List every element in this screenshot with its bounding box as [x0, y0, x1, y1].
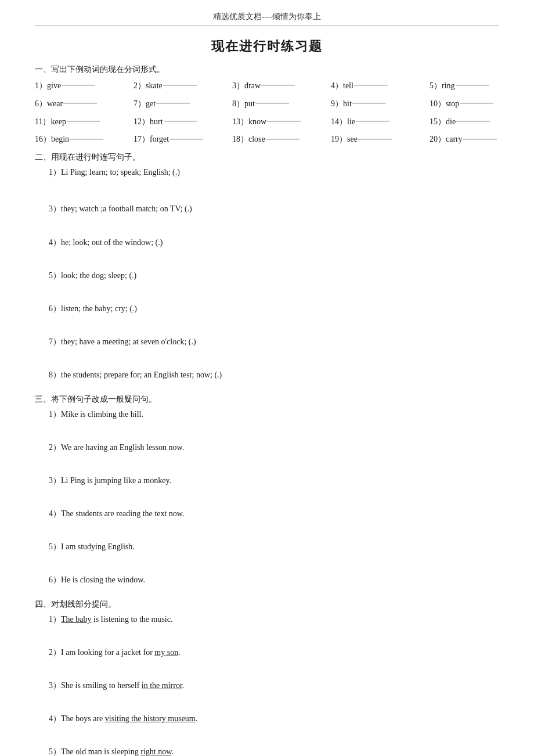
fill-row-3: 11）keep 12）hurt 13）know 14）lie 15）die — [35, 113, 499, 131]
section2-item-1: 1）Li Ping; learn; to; speak; English; (.… — [35, 165, 499, 179]
section4: 四、对划线部分提问。 1）The baby is listening to th… — [35, 599, 499, 756]
section3-item-2: 2）We are having an English lesson now. — [35, 440, 499, 455]
underline-4: visiting the history museum — [105, 714, 196, 723]
underline-1: The baby — [61, 615, 91, 624]
fill-row-2: 6）wear 7）get 8）put 9）hit 10）stop — [35, 95, 499, 113]
section3-item-1: 1）Mike is climbing the hill. — [35, 407, 499, 422]
blank-5 — [456, 85, 489, 85]
header-text: 精选优质文档----倾情为你奉上 — [213, 12, 322, 21]
blank-16 — [70, 139, 103, 139]
blank-15 — [456, 121, 490, 121]
blank-3 — [261, 85, 295, 85]
fill-item-6: 6）wear — [35, 95, 134, 113]
section3: 三、将下例句子改成一般疑问句。 1）Mike is climbing the h… — [35, 394, 499, 588]
blank-9 — [352, 103, 386, 103]
fill-item-7: 7）get — [134, 95, 232, 113]
blank-13 — [267, 121, 301, 121]
blank-10 — [460, 103, 493, 103]
fill-item-9: 9）hit — [331, 95, 430, 113]
fill-row-4: 16）begin 17）forget 18）close 19）see 20）ca… — [35, 131, 499, 149]
section2: 二、用现在进行时连写句子。 1）Li Ping; learn; to; spea… — [35, 152, 499, 382]
blank-6 — [63, 103, 97, 103]
underline-3: in the mirror — [142, 681, 182, 690]
blank-11 — [67, 121, 100, 121]
fill-item-8: 8）put — [232, 95, 331, 113]
blank-17 — [169, 139, 203, 139]
fill-item-15: 15）die — [430, 113, 528, 131]
fill-item-20: 20）carry — [430, 131, 528, 149]
blank-18 — [266, 139, 300, 139]
section4-item-5: 5）The old man is sleeping right now. — [35, 744, 499, 756]
main-title: 现在进行时练习题 — [35, 38, 499, 55]
section2-item-4: 4）he; look; out of the window; (.) — [35, 235, 499, 250]
section2-item-5: 5）look; the dog; sleep; (.) — [35, 268, 499, 283]
section2-item-3: 3）they; watch ;a football match; on TV; … — [35, 201, 499, 216]
fill-item-13: 13）know — [232, 113, 331, 131]
fill-item-18: 18）close — [232, 131, 331, 149]
underline-2: my son — [154, 648, 178, 657]
fill-item-4: 4）tell — [331, 77, 430, 95]
section1: 一、写出下例动词的现在分词形式。 1）give 2）skate 3）draw 4… — [35, 64, 499, 149]
fill-item-1: 1）give — [35, 77, 134, 95]
section4-item-2: 2）I am looking for a jacket for my son. — [35, 645, 499, 660]
fill-item-14: 14）lie — [331, 113, 430, 131]
section2-label: 二、用现在进行时连写句子。 — [35, 152, 499, 163]
fill-item-17: 17）forget — [134, 131, 232, 149]
fill-item-12: 12）hurt — [134, 113, 232, 131]
fill-row-1: 1）give 2）skate 3）draw 4）tell 5）ring — [35, 77, 499, 95]
blank-1 — [62, 85, 95, 85]
fill-item-11: 11）keep — [35, 113, 134, 131]
section3-item-6: 6）He is closing the window. — [35, 573, 499, 587]
section3-label: 三、将下例句子改成一般疑问句。 — [35, 394, 499, 405]
section4-label: 四、对划线部分提问。 — [35, 599, 499, 610]
blank-19 — [358, 139, 392, 139]
fill-item-3: 3）draw — [232, 77, 331, 95]
section4-item-4: 4）The boys are visiting the history muse… — [35, 711, 499, 726]
section1-label: 一、写出下例动词的现在分词形式。 — [35, 64, 499, 75]
section4-item-1: 1）The baby is listening to the music. — [35, 612, 499, 627]
section2-item-8: 8）the students; prepare for; an English … — [35, 368, 499, 382]
section4-item-3: 3）She is smiling to herself in the mirro… — [35, 678, 499, 693]
section2-item-6: 6）listen; the baby; cry; (.) — [35, 301, 499, 316]
blank-14 — [356, 121, 389, 121]
header-bar: 精选优质文档----倾情为你奉上 — [35, 12, 499, 26]
blank-20 — [463, 139, 497, 139]
section3-item-5: 5）I am studying English. — [35, 539, 499, 554]
section3-item-4: 4）The students are reading the text now. — [35, 506, 499, 521]
fill-item-10: 10）stop — [430, 95, 528, 113]
blank-8 — [255, 103, 289, 103]
blank-7 — [156, 103, 190, 103]
fill-item-2: 2）skate — [134, 77, 232, 95]
fill-item-5: 5）ring — [430, 77, 528, 95]
section1-grid: 1）give 2）skate 3）draw 4）tell 5）ring 6）we… — [35, 77, 499, 149]
blank-12 — [164, 121, 197, 121]
fill-item-16: 16）begin — [35, 131, 134, 149]
blank-4 — [354, 85, 388, 85]
section2-item-7: 7）they; have a meeting; at seven o'clock… — [35, 334, 499, 349]
fill-item-19: 19）see — [331, 131, 430, 149]
blank-2 — [163, 85, 197, 85]
section3-item-3: 3）Li Ping is jumping like a monkey. — [35, 473, 499, 488]
underline-5: right now — [140, 747, 171, 756]
